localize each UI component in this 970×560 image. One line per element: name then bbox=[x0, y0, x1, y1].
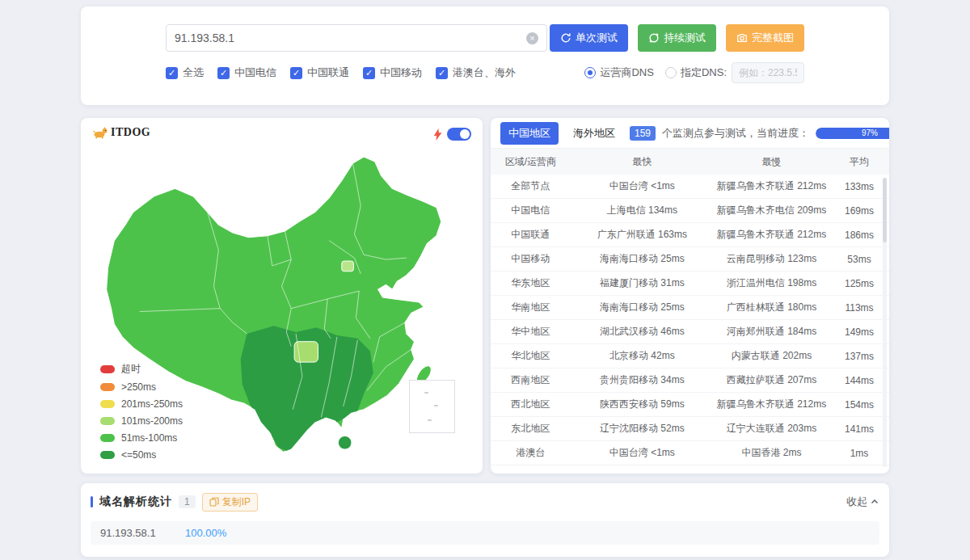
checkbox-china-telecom[interactable]: ✓中国电信 bbox=[217, 65, 276, 80]
table-header-cell: 最快 bbox=[571, 155, 714, 169]
cell-average: 144ms bbox=[829, 375, 889, 386]
single-test-button[interactable]: 单次测试 bbox=[550, 24, 628, 52]
cell-slowest: 新疆乌鲁木齐电信 209ms bbox=[714, 204, 829, 217]
progress-label: 个监测点参与测试，当前进度： bbox=[662, 126, 809, 141]
table-row: 中国电信上海电信 134ms新疆乌鲁木齐电信 209ms169ms bbox=[491, 199, 889, 223]
cell-slowest: 新疆乌鲁木齐联通 212ms bbox=[714, 179, 829, 193]
table-header-row: 区域/运营商 最快 最慢 平均 bbox=[491, 149, 889, 175]
test-button-group: 单次测试 持续测试 完整截图 bbox=[550, 24, 804, 52]
cell-slowest: 西藏拉萨联通 207ms bbox=[714, 373, 829, 387]
tab-china-region[interactable]: 中国地区 bbox=[500, 122, 559, 145]
cell-average: 169ms bbox=[829, 205, 889, 217]
refresh-icon bbox=[560, 32, 571, 44]
monitor-header: 中国地区 海外地区 159 个监测点参与测试，当前进度： 97% bbox=[491, 118, 889, 149]
cell-region: 华中地区 bbox=[491, 325, 571, 339]
target-input[interactable] bbox=[175, 32, 526, 44]
cell-region: 中国移动 bbox=[491, 252, 571, 266]
map-card: ITDOG bbox=[81, 118, 483, 474]
dns-stats-header: 域名解析统计 1 复制IP 收起 bbox=[91, 493, 879, 511]
checkbox-select-all[interactable]: ✓全选 bbox=[166, 65, 204, 80]
screenshot-button[interactable]: 完整截图 bbox=[726, 24, 804, 52]
cell-average: 149ms bbox=[829, 326, 889, 338]
cell-slowest: 内蒙古联通 202ms bbox=[714, 349, 829, 363]
cell-average: 154ms bbox=[829, 399, 889, 411]
lightning-icon bbox=[433, 128, 442, 141]
cell-region: 西北地区 bbox=[491, 398, 571, 411]
cell-fastest: 海南海口移动 25ms bbox=[571, 301, 714, 314]
table-header-cell: 平均 bbox=[829, 155, 889, 169]
cell-average: 113ms bbox=[829, 302, 889, 314]
checkbox-china-unicom[interactable]: ✓中国联通 bbox=[290, 65, 349, 80]
table-row: 西南地区贵州贵阳移动 34ms西藏拉萨联通 207ms144ms bbox=[491, 368, 889, 393]
cell-slowest: 中国香港 2ms bbox=[714, 446, 829, 460]
cell-region: 东北地区 bbox=[491, 422, 571, 436]
radio-unselected-icon bbox=[665, 67, 677, 78]
table-row: 华北地区北京移动 42ms内蒙古联通 202ms137ms bbox=[491, 344, 889, 368]
checkbox-checked-icon: ✓ bbox=[166, 67, 178, 79]
dns-radio-group: 运营商DNS 指定DNS: bbox=[573, 62, 804, 83]
node-count-badge: 159 bbox=[630, 126, 656, 141]
cell-average: 125ms bbox=[829, 278, 889, 289]
scrollbar-thumb[interactable] bbox=[883, 178, 887, 242]
copy-icon bbox=[209, 497, 219, 507]
map-controls bbox=[433, 128, 471, 141]
cell-average: 53ms bbox=[829, 254, 889, 265]
cell-fastest: 上海电信 134ms bbox=[571, 204, 714, 217]
cell-slowest: 浙江温州电信 198ms bbox=[714, 276, 829, 290]
chevron-up-icon bbox=[870, 497, 879, 507]
legend-item: 51ms-100ms bbox=[100, 432, 183, 444]
cell-average: 186ms bbox=[829, 229, 889, 241]
dns-stats-title: 域名解析统计 bbox=[99, 495, 172, 509]
cell-average: 141ms bbox=[829, 423, 889, 435]
dns-stats-card: 域名解析统计 1 复制IP 收起 91.193.58.1 100.00% bbox=[81, 483, 889, 557]
checkbox-checked-icon: ✓ bbox=[436, 67, 448, 79]
table-body: 全部节点中国台湾 <1ms新疆乌鲁木齐联通 212ms133ms 中国电信上海电… bbox=[491, 175, 889, 465]
clear-input-icon[interactable]: × bbox=[526, 32, 538, 44]
itdog-logo: ITDOG bbox=[92, 126, 150, 139]
copy-ip-button[interactable]: 复制IP bbox=[202, 493, 258, 512]
map-mode-toggle[interactable] bbox=[447, 128, 471, 141]
radio-custom-dns[interactable]: 指定DNS: bbox=[665, 65, 727, 80]
continuous-test-button[interactable]: 持续测试 bbox=[638, 24, 716, 52]
logo-text: ITDOG bbox=[111, 126, 150, 139]
cell-region: 中国电信 bbox=[491, 204, 571, 217]
cell-fastest: 中国台湾 <1ms bbox=[571, 446, 714, 460]
cell-slowest: 云南昆明移动 123ms bbox=[714, 252, 829, 266]
tab-overseas-region[interactable]: 海外地区 bbox=[565, 122, 623, 145]
table-header-cell: 区域/运营商 bbox=[491, 155, 571, 169]
test-control-card: × 单次测试 持续测试 完整截图 ✓全选 ✓中国电信 ✓中国联通 bbox=[81, 6, 889, 105]
cell-fastest: 广东广州联通 163ms bbox=[571, 228, 714, 242]
legend-item: 201ms-250ms bbox=[100, 398, 183, 410]
legend-item: 超时 bbox=[100, 362, 183, 376]
legend-swatch bbox=[100, 365, 115, 373]
radio-carrier-dns[interactable]: 运营商DNS bbox=[584, 65, 653, 80]
south-china-sea-inset bbox=[409, 380, 455, 433]
table-row: 港澳台中国台湾 <1ms中国香港 2ms1ms bbox=[491, 441, 889, 465]
cell-average: 1ms bbox=[829, 448, 889, 459]
legend-item: <=50ms bbox=[100, 449, 183, 461]
legend-swatch bbox=[100, 400, 115, 408]
dog-icon bbox=[92, 126, 108, 139]
checkbox-china-mobile[interactable]: ✓中国移动 bbox=[363, 65, 422, 80]
checkbox-checked-icon: ✓ bbox=[217, 67, 230, 79]
cell-average: 133ms bbox=[829, 181, 889, 192]
resolve-percent: 100.00% bbox=[185, 527, 226, 539]
checkbox-hmt-overseas[interactable]: ✓港澳台、海外 bbox=[436, 65, 516, 80]
table-row: 西北地区陕西西安移动 59ms新疆乌鲁木齐联通 212ms154ms bbox=[491, 393, 889, 417]
legend-item: 101ms-200ms bbox=[100, 415, 183, 427]
dns-input[interactable] bbox=[732, 62, 804, 83]
cell-region: 全部节点 bbox=[491, 179, 571, 193]
progress-text: 97% bbox=[862, 128, 878, 137]
table-row: 东北地区辽宁沈阳移动 52ms辽宁大连联通 203ms141ms bbox=[491, 417, 889, 441]
table-scrollbar[interactable] bbox=[883, 178, 887, 467]
cell-region: 中国联通 bbox=[491, 228, 571, 242]
cell-region: 华东地区 bbox=[491, 276, 571, 290]
legend-swatch bbox=[100, 417, 115, 425]
collapse-toggle[interactable]: 收起 bbox=[846, 495, 879, 509]
cell-slowest: 辽宁大连联通 203ms bbox=[714, 422, 829, 436]
progress-bar: 97% bbox=[816, 128, 889, 139]
cell-region: 西南地区 bbox=[491, 373, 571, 387]
cell-fastest: 福建厦门移动 31ms bbox=[571, 276, 714, 290]
latency-legend: 超时 >250ms 201ms-250ms 101ms-200ms 51ms-1… bbox=[100, 356, 183, 461]
table-row: 华中地区湖北武汉移动 46ms河南郑州联通 184ms149ms bbox=[491, 320, 889, 344]
